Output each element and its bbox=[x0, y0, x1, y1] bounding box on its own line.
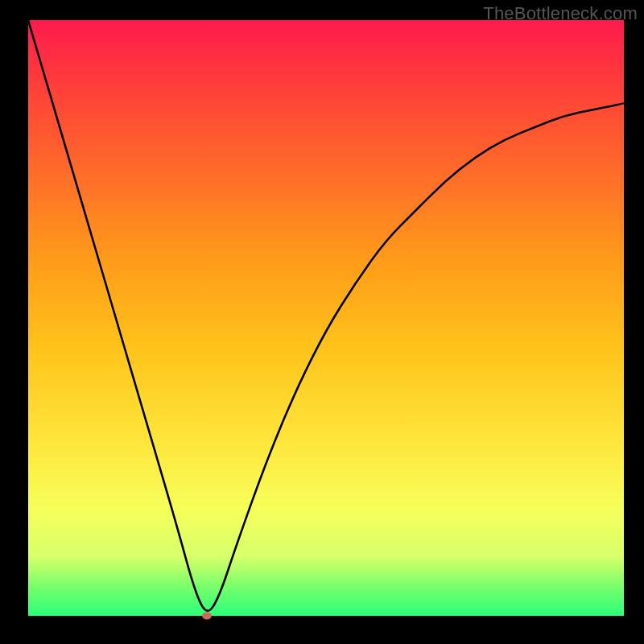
watermark-text: TheBottleneck.com bbox=[483, 3, 638, 24]
curve-layer bbox=[28, 20, 624, 616]
plot-area bbox=[28, 20, 624, 616]
chart-frame: TheBottleneck.com bbox=[0, 0, 644, 644]
bottleneck-curve-path bbox=[28, 20, 624, 611]
minimum-marker bbox=[202, 613, 212, 620]
